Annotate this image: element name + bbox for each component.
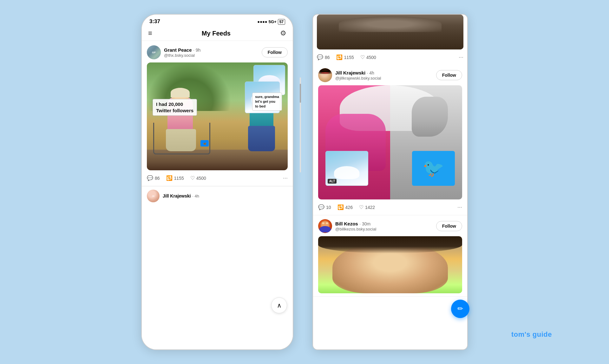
jill-handle: @jillkrajewski.bsky.social — [335, 76, 381, 81]
cropped-image — [317, 15, 463, 49]
more-button[interactable]: ··· — [283, 175, 288, 181]
jill-post-header: Jill Krajewski · 4h @jillkrajewski.bsky.… — [318, 68, 462, 82]
jill-follow-button[interactable]: Follow — [436, 70, 462, 80]
reply-icon: 💬 — [317, 54, 323, 60]
follow-button[interactable]: Follow — [262, 47, 288, 57]
network-label: 5G+ — [269, 19, 277, 24]
like-icon: ♡ — [360, 54, 365, 60]
bill-user-info: Bill Kezos · 30m @billkezos.bsky.social — [335, 221, 376, 231]
more-button[interactable]: ··· — [459, 54, 463, 61]
post-image: sure, grandmalet's get youto bed — [147, 62, 288, 170]
post-item: GP Grant Peace · 9h @thx.bsky.social Fol… — [142, 41, 293, 186]
right-panel: 💬 86 🔁 1155 ♡ 4500 ··· — [312, 14, 468, 350]
post-actions: 💬 86 🔁 1155 ♡ 4500 ··· — [147, 173, 288, 183]
reply-count: 86 — [325, 55, 330, 60]
like-action[interactable]: ♡ 1422 — [359, 204, 375, 210]
left-phone: 3:37 ●●●● 5G+ 57 ≡ My Feeds ⚙ — [141, 14, 293, 350]
reply-count: 86 — [155, 176, 160, 181]
battery-icon: 57 — [278, 19, 285, 24]
retweet-count: 1155 — [344, 55, 354, 60]
jill-post-image: ALT 🐦 — [318, 85, 462, 199]
bill-post: Bill Kezos · 30m @billkezos.bsky.social … — [313, 215, 467, 297]
like-action[interactable]: ♡ 4500 — [360, 54, 376, 60]
user-info: Grant Peace · 9h @thx.bsky.social — [164, 47, 200, 58]
reply-action[interactable]: 💬 10 — [318, 204, 331, 210]
like-count: 4500 — [366, 55, 376, 60]
time-partial: · 4h — [192, 194, 199, 198]
user-name: Jill Krajewski — [163, 193, 191, 198]
alt-tag: ALT — [328, 179, 337, 184]
retweet-count: 426 — [345, 205, 353, 210]
compose-button[interactable]: ✏ — [451, 300, 469, 318]
post-time: · 9h — [193, 48, 200, 53]
scroll-up-button[interactable]: ∧ — [271, 297, 287, 313]
alt-image-box: ALT — [325, 151, 368, 186]
reply-icon: 💬 — [318, 204, 324, 210]
status-icons: ●●●● 5G+ 57 — [257, 19, 285, 24]
like-action[interactable]: ♡ 4500 — [190, 175, 206, 181]
retweet-action[interactable]: 🔁 1155 — [336, 54, 354, 60]
user-info-partial: Jill Krajewski · 4h — [163, 193, 199, 199]
clock: 3:37 — [149, 18, 160, 25]
top-cropped-post: 💬 86 🔁 1155 ♡ 4500 ··· — [313, 15, 467, 64]
reply-icon: 💬 — [147, 175, 153, 181]
retweet-count: 1155 — [174, 176, 184, 181]
user-handle: @thx.bsky.social — [164, 53, 200, 58]
right-feed: 💬 86 🔁 1155 ♡ 4500 ··· — [313, 15, 467, 349]
jill-post: Jill Krajewski · 4h @jillkrajewski.bsky.… — [313, 64, 467, 215]
compose-icon: ✏ — [457, 305, 463, 313]
page-title: My Feeds — [202, 30, 231, 37]
top-post-actions: 💬 86 🔁 1155 ♡ 4500 ··· — [317, 53, 463, 62]
scrollbar-thumb[interactable] — [300, 84, 301, 103]
twitter-box: 🐦 — [412, 151, 455, 186]
jill-user-info: Jill Krajewski · 4h @jillkrajewski.bsky.… — [335, 70, 381, 81]
retweet-icon: 🔁 — [337, 204, 344, 210]
reply-action[interactable]: 💬 86 — [317, 54, 330, 60]
bill-name: Bill Kezos — [335, 221, 358, 226]
status-bar: 3:37 ●●●● 5G+ 57 — [142, 15, 293, 27]
toms-guide-watermark: tom's guide — [511, 330, 552, 339]
jill-avatar — [318, 68, 332, 82]
like-icon: ♡ — [190, 175, 195, 181]
signal-icon: ●●●● — [257, 19, 267, 24]
feed-list: GP Grant Peace · 9h @thx.bsky.social Fol… — [142, 41, 293, 349]
reply-action[interactable]: 💬 86 — [147, 175, 160, 181]
reply-count: 10 — [326, 205, 331, 210]
bill-avatar — [318, 219, 332, 233]
bill-time: · 30m — [359, 221, 370, 226]
more-button[interactable]: ··· — [457, 204, 462, 211]
avatar: GP — [147, 45, 161, 59]
user-name: Grant Peace — [164, 47, 192, 53]
like-count: 4500 — [196, 176, 206, 181]
up-chevron-icon: ∧ — [277, 302, 282, 309]
post-header: GP Grant Peace · 9h @thx.bsky.social Fol… — [147, 45, 288, 59]
avatar: JK — [147, 190, 160, 202]
jill-post-actions: 💬 10 🔁 426 ♡ 1422 ··· — [318, 203, 462, 212]
settings-icon[interactable]: ⚙ — [280, 29, 286, 37]
jill-time: · 4h — [367, 70, 374, 75]
bill-handle: @billkezos.bsky.social — [335, 227, 376, 231]
bill-follow-button[interactable]: Follow — [436, 221, 462, 231]
like-icon: ♡ — [359, 204, 363, 210]
menu-icon[interactable]: ≡ — [148, 29, 152, 37]
twitter-bird-icon: 🐦 — [422, 158, 444, 179]
partial-post: JK Jill Krajewski · 4h — [142, 186, 293, 202]
retweet-icon: 🔁 — [336, 54, 343, 60]
bill-post-header: Bill Kezos · 30m @billkezos.bsky.social … — [318, 219, 462, 233]
retweet-action[interactable]: 🔁 426 — [337, 204, 353, 210]
bill-post-image — [318, 236, 462, 293]
retweet-icon: 🔁 — [166, 175, 173, 181]
like-count: 1422 — [365, 205, 375, 210]
nav-bar: ≡ My Feeds ⚙ — [142, 27, 293, 41]
retweet-action[interactable]: 🔁 1155 — [166, 175, 184, 181]
jill-name: Jill Krajewski — [335, 70, 365, 75]
scrollbar-track[interactable] — [300, 77, 301, 172]
toms-guide-text: tom's guide — [511, 330, 552, 338]
